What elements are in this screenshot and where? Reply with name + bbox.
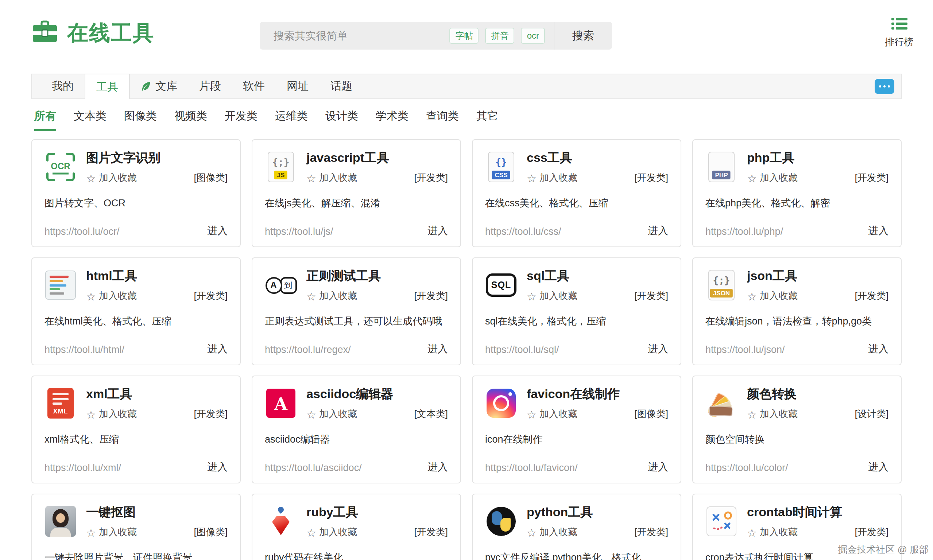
tab-label: 文库 [156, 80, 177, 93]
tool-url-link[interactable]: https://tool.lu/js/ [265, 226, 333, 237]
star-icon: ☆ [747, 527, 757, 538]
star-icon: ☆ [747, 409, 757, 420]
add-favorite-button[interactable]: ☆加入收藏 [527, 526, 577, 539]
enter-link[interactable]: 进入 [868, 343, 888, 356]
briefcase-icon [31, 20, 59, 47]
tool-card-json: {;}JSON json工具 ☆加入收藏 [开发类] 在线编辑json，语法检查… [692, 257, 902, 365]
tool-url-link[interactable]: https://tool.lu/favicon/ [485, 462, 578, 473]
add-favorite-button[interactable]: ☆加入收藏 [86, 172, 137, 185]
tool-url-link[interactable]: https://tool.lu/xml/ [45, 462, 121, 473]
tool-url-link[interactable]: https://tool.lu/asciidoc/ [265, 462, 362, 473]
tab-label: 工具 [96, 80, 118, 94]
tool-url-link[interactable]: https://tool.lu/color/ [705, 462, 788, 473]
tool-url-link[interactable]: https://tool.lu/sql/ [485, 344, 559, 355]
tool-url-link[interactable]: https://tool.lu/php/ [705, 226, 783, 237]
add-favorite-button[interactable]: ☆加入收藏 [527, 172, 577, 185]
category-item[interactable]: 图像类 [124, 109, 157, 131]
add-favorite-button[interactable]: ☆加入收藏 [306, 526, 357, 539]
tab-tools[interactable]: 工具 [85, 74, 130, 99]
category-tag: [开发类] [414, 526, 448, 539]
search-button[interactable]: 搜索 [554, 22, 612, 49]
search-input[interactable] [260, 22, 450, 49]
favorite-label: 加入收藏 [539, 408, 577, 421]
tab-label: 片段 [199, 80, 221, 93]
tab-mine[interactable]: 我的 [41, 74, 85, 98]
enter-link[interactable]: 进入 [428, 343, 448, 356]
tool-description: ruby代码在线美化 [265, 552, 448, 560]
category-item[interactable]: 运维类 [275, 109, 308, 131]
enter-link[interactable]: 进入 [648, 461, 668, 474]
tab-library[interactable]: 文库 [130, 74, 188, 98]
card-top: OCR 图片文字识别 ☆加入收藏 [图像类] [45, 151, 228, 185]
favorite-label: 加入收藏 [760, 526, 798, 539]
enter-link[interactable]: 进入 [207, 343, 228, 356]
enter-link[interactable]: 进入 [207, 461, 228, 474]
tool-url-link[interactable]: https://tool.lu/json/ [705, 344, 785, 355]
add-favorite-button[interactable]: ☆加入收藏 [306, 408, 357, 421]
ocr-scan-icon: OCR [45, 151, 77, 183]
chat-bubble-icon[interactable] [874, 79, 895, 94]
tab-bar: 我的工具文库片段软件网址话题 [31, 74, 902, 99]
tool-url-link[interactable]: https://tool.lu/regex/ [265, 344, 351, 355]
tool-url-link[interactable]: https://tool.lu/css/ [485, 226, 561, 237]
category-tag: [开发类] [635, 290, 668, 303]
add-favorite-button[interactable]: ☆加入收藏 [86, 408, 137, 421]
category-item[interactable]: 所有 [34, 109, 56, 131]
search-tag-chip[interactable]: ocr [521, 28, 545, 44]
category-tag: [图像类] [635, 408, 668, 421]
tool-title: xml工具 [86, 387, 228, 402]
tool-url-link[interactable]: https://tool.lu/ocr/ [45, 226, 120, 237]
tool-title: php工具 [747, 151, 888, 166]
tool-card-color: 颜色转换 ☆加入收藏 [设计类] 颜色空间转换 https://tool.lu/… [692, 375, 902, 483]
enter-link[interactable]: 进入 [428, 461, 448, 474]
add-favorite-button[interactable]: ☆加入收藏 [306, 172, 357, 185]
enter-link[interactable]: 进入 [648, 225, 668, 238]
add-favorite-button[interactable]: ☆加入收藏 [86, 290, 137, 303]
add-favorite-button[interactable]: ☆加入收藏 [306, 290, 357, 303]
star-icon: ☆ [306, 173, 316, 184]
category-item[interactable]: 设计类 [325, 109, 358, 131]
card-top: favicon在线制作 ☆加入收藏 [图像类] [485, 387, 668, 421]
category-tag: [开发类] [194, 290, 228, 303]
card-top: crontab时间计算 ☆加入收藏 [开发类] [705, 505, 888, 539]
tool-description: 一键去除照片背景、证件照换背景 [45, 552, 228, 560]
tab-topics[interactable]: 话题 [320, 74, 363, 98]
tool-description: 在线编辑json，语法检查，转php,go类 [705, 315, 888, 328]
category-item[interactable]: 文本类 [74, 109, 106, 131]
ranking-button[interactable]: 排行榜 [885, 17, 913, 49]
add-favorite-button[interactable]: ☆加入收藏 [747, 172, 798, 185]
add-favorite-button[interactable]: ☆加入收藏 [747, 290, 798, 303]
category-item[interactable]: 学术类 [376, 109, 408, 131]
tab-urls[interactable]: 网址 [276, 74, 320, 98]
tool-description: 在线css美化、格式化、压缩 [485, 197, 668, 210]
tab-label: 话题 [331, 80, 353, 93]
add-favorite-button[interactable]: ☆加入收藏 [527, 290, 577, 303]
tool-url-link[interactable]: https://tool.lu/html/ [45, 344, 125, 355]
tool-card-xml: XML xml工具 ☆加入收藏 [开发类] xml格式化、压缩 https://… [31, 375, 241, 483]
enter-link[interactable]: 进入 [868, 461, 888, 474]
add-favorite-button[interactable]: ☆加入收藏 [747, 408, 798, 421]
enter-link[interactable]: 进入 [428, 225, 448, 238]
search-tag-chip[interactable]: 字帖 [450, 28, 479, 44]
tab-software[interactable]: 软件 [232, 74, 276, 98]
site-logo[interactable]: 在线工具 [31, 19, 155, 48]
category-tag: [开发类] [855, 290, 888, 303]
search-tag-chip[interactable]: 拼音 [485, 28, 515, 44]
tab-snippets[interactable]: 片段 [188, 74, 232, 98]
category-item[interactable]: 其它 [476, 109, 498, 131]
add-favorite-button[interactable]: ☆加入收藏 [747, 526, 798, 539]
svg-text:OCR: OCR [51, 161, 70, 171]
category-item[interactable]: 查询类 [426, 109, 459, 131]
add-favorite-button[interactable]: ☆加入收藏 [86, 526, 137, 539]
star-icon: ☆ [86, 527, 96, 538]
category-item[interactable]: 视频类 [174, 109, 207, 131]
tool-card-php: PHP php工具 ☆加入收藏 [开发类] 在线php美化、格式化、解密 htt… [692, 139, 902, 247]
tool-description: 在线html美化、格式化、压缩 [45, 315, 228, 328]
enter-link[interactable]: 进入 [868, 225, 888, 238]
enter-link[interactable]: 进入 [207, 225, 228, 238]
tool-card-regex: A到 正则测试工具 ☆加入收藏 [开发类] 正则表达式测试工具，还可以生成代码哦… [252, 257, 461, 365]
add-favorite-button[interactable]: ☆加入收藏 [527, 408, 577, 421]
category-item[interactable]: 开发类 [225, 109, 257, 131]
favorite-label: 加入收藏 [99, 408, 137, 421]
enter-link[interactable]: 进入 [648, 343, 668, 356]
